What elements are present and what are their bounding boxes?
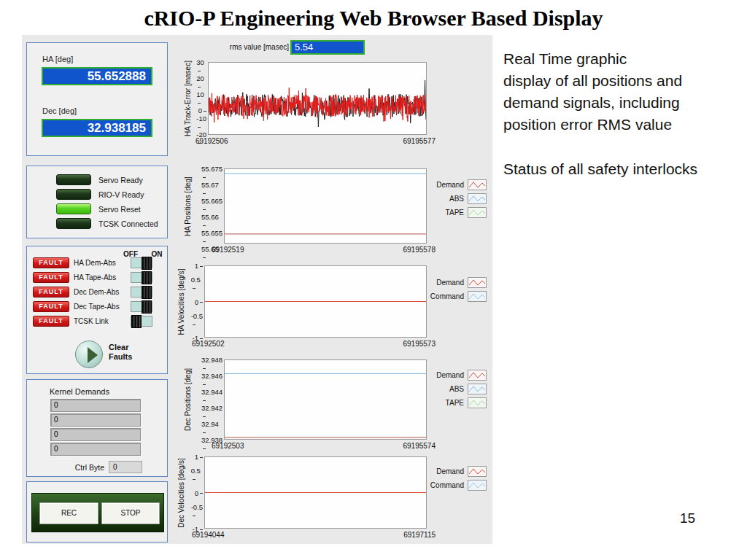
y-tick-label: 10 (196, 90, 206, 106)
clear-label-line2: Faults (109, 352, 132, 362)
kernel-demands-title: Kernel Demands (50, 387, 109, 396)
toggle-switch-tcsk-link[interactable] (131, 316, 152, 327)
stop-button[interactable]: STOP (101, 502, 160, 524)
annotation-line: position error RMS value (503, 114, 682, 136)
y-tick-label: 1 (195, 453, 203, 461)
y-axis-label-wrap: Dec Positions [deg] (183, 359, 192, 440)
fault-label: Dec Tape-Abs (74, 303, 120, 311)
x-tick-labels: 69194044 69197115 (192, 531, 436, 539)
x-end-label: 69197115 (403, 531, 436, 539)
plot-area (224, 359, 427, 440)
legend-entry: ABS (430, 382, 487, 396)
y-tick-labels: 3020100-10-20 (196, 58, 206, 139)
legend-label: Demand (436, 467, 464, 475)
play-arrow-icon (88, 347, 98, 363)
y-tick-label: 1 (195, 262, 203, 270)
dec-positions-chart: Dec Positions [deg] 32.94832.94632.94432… (224, 359, 427, 440)
y-tick-label: 32.946 (201, 372, 222, 388)
x-end-label: 69195577 (403, 137, 436, 145)
fault-label: Dec Dem-Abs (74, 288, 119, 296)
recorder-panel: REC STOP (31, 493, 164, 532)
legend-swatch-icon (468, 277, 487, 288)
chart-legend: DemandABSTAPE (430, 178, 487, 219)
legend-entry: TAPE (430, 396, 487, 410)
ctrl-byte-field[interactable]: 0 (109, 461, 142, 473)
page-title: cRIO-P Engineering Web Browser Based Dis… (0, 6, 747, 31)
fault-row: FAULT TCSK Link (27, 316, 167, 328)
fault-row: FAULT Dec Dem-Abs (27, 287, 167, 299)
y-axis-label: HA Positions [deg] (184, 176, 192, 236)
servo-ready-led (56, 174, 91, 185)
legend-label: ABS (449, 195, 464, 203)
kernel-demand-field-2[interactable]: 0 (50, 413, 141, 427)
kernel-demand-field-3[interactable]: 0 (50, 428, 141, 441)
fault-label: HA Tape-Abs (74, 273, 116, 281)
switch-knob (142, 257, 152, 270)
y-tick-label: 0 (198, 106, 206, 114)
y-tick-labels: 10.50-0.5-1 (191, 453, 203, 533)
y-tick-label: 0.5 (191, 276, 203, 292)
fault-label: HA Dem-Abs (74, 259, 116, 267)
y-tick-label: 55.665 (201, 197, 222, 213)
legend-swatch-icon (468, 291, 487, 302)
y-tick-label: 32.944 (201, 388, 222, 404)
plot-area (204, 456, 427, 529)
legend-label: TAPE (446, 209, 464, 217)
y-axis-label-wrap: HA Positions [deg] (183, 168, 192, 244)
x-tick-labels: 69192519 69195578 (212, 246, 436, 254)
y-axis-label: Dec Positions [deg] (184, 368, 192, 431)
fault-button-tcsk-link[interactable]: FAULT (33, 316, 69, 327)
switch-knob (131, 315, 142, 328)
x-end-label: 69195578 (403, 246, 436, 254)
x-start-label: 69194044 (192, 531, 225, 539)
ha-deg-value: 55.652888 (42, 67, 152, 85)
fault-interlock-box: OFF ON FAULT HA Dem-Abs FAULT HA Tape-Ab… (26, 246, 168, 374)
kernel-demand-field-4[interactable]: 0 (50, 443, 141, 456)
x-tick-labels: 69192502 69195573 (192, 340, 436, 348)
clear-faults-button[interactable] (75, 341, 103, 368)
y-axis-label-wrap: HA Velocities [deg/s] (177, 265, 185, 338)
clear-faults-label: Clear Faults (109, 343, 132, 362)
x-start-label: 69192503 (212, 442, 244, 450)
legend-entry: Demand (430, 368, 487, 382)
toggle-switch-ha-dem-abs[interactable] (131, 257, 152, 268)
led-label: RIO-V Ready (98, 190, 144, 199)
legend-label: ABS (449, 385, 464, 393)
chart-legend: DemandABSTAPE (430, 368, 487, 410)
y-axis-label-wrap: Dec Velocities [deg/s] (177, 456, 185, 529)
servo-reset-led (56, 203, 91, 214)
kernel-demand-field-1[interactable]: 0 (50, 399, 141, 412)
y-tick-label: -0.5 (191, 503, 203, 519)
toggle-switch-dec-dem-abs[interactable] (131, 287, 152, 298)
y-tick-label: 0.5 (191, 467, 203, 483)
ha-track-error-chart: HA Track-Error [masec] 3020100-10-20 691… (208, 62, 427, 135)
y-tick-label: -10 (196, 114, 206, 131)
rec-button[interactable]: REC (39, 502, 98, 524)
toggle-switch-dec-tape-abs[interactable] (131, 301, 152, 312)
annotation-line: demand signals, including (503, 92, 682, 114)
legend-swatch-icon (468, 207, 487, 218)
y-tick-label: 32.942 (201, 404, 222, 420)
toggle-switch-ha-tape-abs[interactable] (131, 272, 152, 283)
kernel-demands-box: Kernel Demands 0 0 0 0 Ctrl Byte 0 (26, 379, 168, 477)
led-label: Servo Reset (98, 205, 141, 214)
fault-button-ha-dem-abs[interactable]: FAULT (33, 257, 69, 268)
rms-value-label: rms value [masec] (204, 43, 289, 51)
chart-legend: DemandCommand (430, 464, 487, 492)
legend-entry: Demand (430, 464, 487, 478)
fault-button-dec-tape-abs[interactable]: FAULT (33, 301, 69, 312)
led-label: Servo Ready (98, 176, 143, 184)
switch-knob (142, 286, 152, 299)
x-end-label: 69195573 (403, 340, 436, 348)
legend-swatch-icon (468, 384, 487, 394)
legend-swatch-icon (468, 370, 487, 381)
y-tick-labels: 10.50-0.5-1 (191, 262, 203, 342)
rms-value-display: 5.54 (290, 40, 365, 55)
legend-swatch-icon (468, 193, 487, 204)
legend-entry: Command (430, 289, 487, 303)
fault-button-ha-tape-abs[interactable]: FAULT (33, 272, 69, 283)
y-tick-label: 20 (196, 74, 206, 90)
y-axis-label: HA Velocities [deg/s] (177, 268, 185, 335)
fault-button-dec-dem-abs[interactable]: FAULT (33, 287, 69, 298)
y-tick-label: 0 (195, 298, 203, 306)
